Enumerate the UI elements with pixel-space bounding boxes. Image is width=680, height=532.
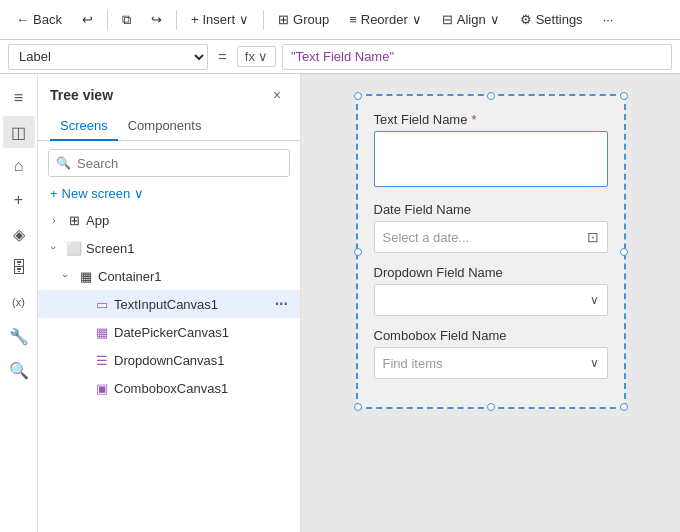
dropdown-field-control[interactable]: ∨ xyxy=(374,284,608,316)
handle-tl[interactable] xyxy=(354,92,362,100)
date-field-label: Date Field Name xyxy=(374,202,608,217)
redo-button[interactable]: ↪ xyxy=(143,8,170,31)
textinput-more-button[interactable]: ··· xyxy=(271,295,292,313)
search-rail-icon[interactable]: 🔍 xyxy=(3,354,35,386)
data-icon[interactable]: 🗄 xyxy=(3,252,35,284)
dropdown-field-group: Dropdown Field Name ∨ xyxy=(374,265,608,316)
tree-item-combobox[interactable]: › ▣ ComboboxCanvas1 xyxy=(38,374,300,402)
back-label: Back xyxy=(33,12,62,27)
container1-chevron-icon: › xyxy=(58,268,74,284)
insert-button[interactable]: + Insert ∨ xyxy=(183,8,257,31)
container1-label: Container1 xyxy=(98,269,292,284)
tree-item-app[interactable]: › ⊞ App xyxy=(38,206,300,234)
settings-label: Settings xyxy=(536,12,583,27)
copy-icon: ⧉ xyxy=(122,12,131,28)
tree-panel: Tree view × Screens Components 🔍 + New s… xyxy=(38,74,301,532)
tree-header: Tree view × xyxy=(38,74,300,112)
dropdown-field-label: Dropdown Field Name xyxy=(374,265,608,280)
combobox-field-group: Combobox Field Name Find items ∨ xyxy=(374,328,608,379)
dropdown-icon: ☰ xyxy=(93,351,111,369)
insert-label: Insert xyxy=(203,12,236,27)
tree-item-datepicker[interactable]: › ▦ DatePickerCanvas1 xyxy=(38,318,300,346)
main-layout: ≡ ◫ ⌂ + ◈ 🗄 (x) 🔧 🔍 Tree view × Screens … xyxy=(0,74,680,532)
more-button[interactable]: ··· xyxy=(595,8,622,31)
hamburger-icon[interactable]: ≡ xyxy=(3,82,35,114)
copy-button[interactable]: ⧉ xyxy=(114,8,139,32)
tree-title: Tree view xyxy=(50,87,113,103)
fx-label: fx xyxy=(245,49,255,64)
more-icon: ··· xyxy=(603,12,614,27)
screen1-icon: ⬜ xyxy=(65,239,83,257)
align-chevron-icon: ∨ xyxy=(490,12,500,27)
screen1-chevron-icon: › xyxy=(46,240,62,256)
handle-bl[interactable] xyxy=(354,403,362,411)
required-indicator: * xyxy=(471,112,476,127)
tree-item-screen1[interactable]: › ⬜ Screen1 xyxy=(38,234,300,262)
search-input[interactable] xyxy=(48,149,290,177)
undo-icon: ↩ xyxy=(82,12,93,27)
handle-tr[interactable] xyxy=(620,92,628,100)
handle-ml[interactable] xyxy=(354,248,362,256)
tab-screens[interactable]: Screens xyxy=(50,112,118,141)
date-input-field[interactable]: Select a date... ⊡ xyxy=(374,221,608,253)
tree-tabs: Screens Components xyxy=(38,112,300,141)
search-wrap: 🔍 xyxy=(38,141,300,181)
toolbar: ← Back ↩ ⧉ ↪ + Insert ∨ ⊞ Group ≡ Reorde… xyxy=(0,0,680,40)
formula-bar: Label = fx ∨ xyxy=(0,40,680,74)
tab-components[interactable]: Components xyxy=(118,112,212,141)
label-selector[interactable]: Label xyxy=(8,44,208,70)
screen1-label: Screen1 xyxy=(86,241,292,256)
fx-button[interactable]: fx ∨ xyxy=(237,46,276,67)
equals-symbol: = xyxy=(214,48,231,65)
textinput-icon: ▭ xyxy=(93,295,111,313)
app-icon: ⊞ xyxy=(65,211,83,229)
align-label: Align xyxy=(457,12,486,27)
datepicker-label: DatePickerCanvas1 xyxy=(114,325,292,340)
wrench-icon[interactable]: 🔧 xyxy=(3,320,35,352)
handle-bc[interactable] xyxy=(487,403,495,411)
reorder-button[interactable]: ≡ Reorder ∨ xyxy=(341,8,430,31)
undo-button[interactable]: ↩ xyxy=(74,8,101,31)
date-field-group: Date Field Name Select a date... ⊡ xyxy=(374,202,608,253)
new-screen-chevron-icon: ∨ xyxy=(134,186,144,201)
tree-item-container1[interactable]: › ▦ Container1 xyxy=(38,262,300,290)
align-icon: ⊟ xyxy=(442,12,453,27)
text-input-field[interactable] xyxy=(374,131,608,187)
handle-mr[interactable] xyxy=(620,248,628,256)
component-icon[interactable]: ◈ xyxy=(3,218,35,250)
back-button[interactable]: ← Back xyxy=(8,8,70,31)
search-container: 🔍 xyxy=(48,149,290,177)
tree-item-dropdown[interactable]: › ☰ DropdownCanvas1 xyxy=(38,346,300,374)
handle-tc[interactable] xyxy=(487,92,495,100)
text-field-label: Text Field Name * xyxy=(374,112,608,127)
form-preview: Text Field Name * Date Field Name Select… xyxy=(356,94,626,409)
layers-icon[interactable]: ◫ xyxy=(3,116,35,148)
plus-icon: + xyxy=(191,12,199,27)
formula-input[interactable] xyxy=(282,44,672,70)
combobox-field-label: Combobox Field Name xyxy=(374,328,608,343)
variable-icon[interactable]: (x) xyxy=(3,286,35,318)
align-button[interactable]: ⊟ Align ∨ xyxy=(434,8,508,31)
combobox-chevron-icon: ∨ xyxy=(590,356,599,370)
text-field-group: Text Field Name * xyxy=(374,112,608,190)
tree-item-textinput[interactable]: › ▭ TextInputCanvas1 ··· xyxy=(38,290,300,318)
home-icon[interactable]: ⌂ xyxy=(3,150,35,182)
fx-chevron-icon: ∨ xyxy=(258,49,268,64)
container1-icon: ▦ xyxy=(77,267,95,285)
group-button[interactable]: ⊞ Group xyxy=(270,8,337,31)
plus-rail-icon[interactable]: + xyxy=(3,184,35,216)
sep1 xyxy=(107,10,108,30)
dropdown-chevron-icon: ∨ xyxy=(590,293,599,307)
new-screen-button[interactable]: + New screen ∨ xyxy=(38,181,300,206)
handle-br[interactable] xyxy=(620,403,628,411)
settings-button[interactable]: ⚙ Settings xyxy=(512,8,591,31)
datepicker-icon: ▦ xyxy=(93,323,111,341)
tree-close-button[interactable]: × xyxy=(266,84,288,106)
group-label: Group xyxy=(293,12,329,27)
combobox-label: ComboboxCanvas1 xyxy=(114,381,292,396)
textinput-label: TextInputCanvas1 xyxy=(114,297,268,312)
combobox-field-control[interactable]: Find items ∨ xyxy=(374,347,608,379)
sep3 xyxy=(263,10,264,30)
app-chevron-icon: › xyxy=(46,212,62,228)
back-icon: ← xyxy=(16,12,29,27)
